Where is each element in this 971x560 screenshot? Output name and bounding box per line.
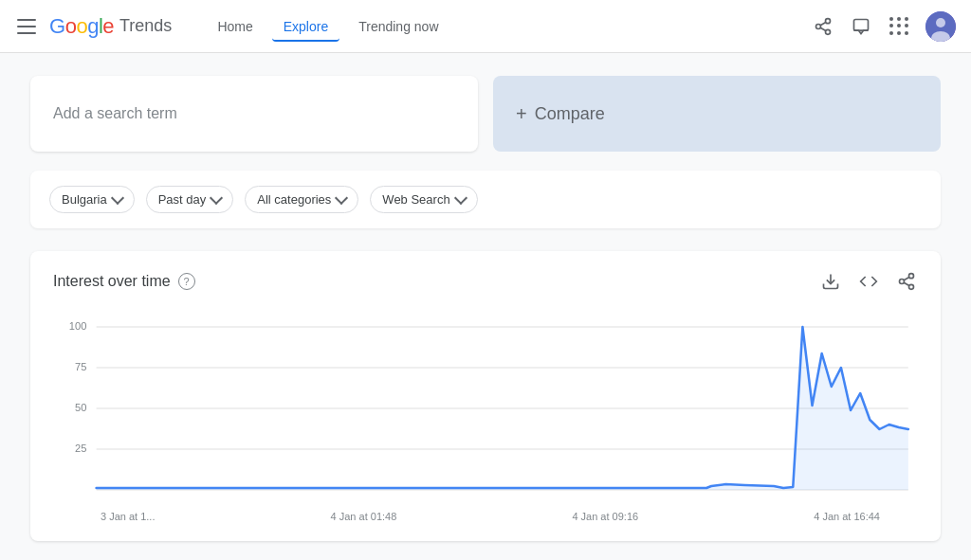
- svg-text:75: 75: [75, 361, 86, 372]
- chart-svg: 100 75 50 25: [53, 316, 918, 505]
- svg-rect-5: [854, 19, 869, 30]
- svg-line-3: [820, 27, 826, 30]
- svg-line-4: [820, 22, 826, 25]
- chart-share-icon[interactable]: [895, 270, 918, 293]
- search-box[interactable]: Add a search term: [30, 76, 478, 152]
- interest-chart: 100 75 50 25: [53, 316, 918, 505]
- country-filter-chevron-icon: [111, 191, 124, 205]
- compare-box[interactable]: + Compare: [493, 76, 941, 152]
- svg-point-0: [826, 18, 831, 23]
- x-label-2: 4 Jan at 09:16: [572, 511, 638, 522]
- trends-logo-text: Trends: [119, 16, 172, 36]
- compare-label: Compare: [535, 104, 605, 124]
- search-type-filter[interactable]: Web Search: [370, 186, 477, 213]
- x-label-1: 4 Jan at 01:48: [331, 511, 397, 522]
- svg-line-14: [904, 277, 909, 280]
- time-filter[interactable]: Past day: [146, 186, 234, 213]
- hamburger-menu-icon[interactable]: [15, 15, 38, 38]
- search-placeholder: Add a search term: [53, 105, 177, 122]
- country-filter[interactable]: Bulgaria: [49, 186, 135, 213]
- help-icon[interactable]: ?: [178, 273, 195, 290]
- download-icon[interactable]: [819, 270, 842, 293]
- category-filter-label: All categories: [257, 192, 331, 207]
- search-section: Add a search term + Compare: [30, 76, 941, 152]
- filters-row: Bulgaria Past day All categories Web Sea…: [30, 171, 941, 228]
- avatar[interactable]: [925, 11, 956, 42]
- svg-point-7: [936, 18, 945, 27]
- google-trends-logo[interactable]: Google Trends: [49, 14, 172, 39]
- nav-home[interactable]: Home: [206, 11, 264, 42]
- share-icon[interactable]: [812, 15, 834, 38]
- header: Google Trends Home Explore Trending now: [0, 0, 971, 53]
- card-actions: [819, 270, 918, 293]
- google-logo-text: Google: [49, 14, 114, 39]
- search-type-filter-chevron-icon: [454, 191, 467, 205]
- feedback-icon[interactable]: [850, 15, 872, 38]
- svg-point-10: [909, 274, 914, 279]
- x-axis-labels: 3 Jan at 1... 4 Jan at 01:48 4 Jan at 09…: [53, 511, 918, 522]
- embed-icon[interactable]: [857, 270, 880, 293]
- x-label-0: 3 Jan at 1...: [101, 511, 155, 522]
- compare-plus-icon: +: [516, 103, 527, 125]
- svg-point-2: [826, 29, 831, 34]
- card-title-area: Interest over time ?: [53, 273, 195, 290]
- svg-text:25: 25: [75, 443, 86, 454]
- nav-explore[interactable]: Explore: [272, 11, 339, 42]
- category-filter-chevron-icon: [335, 191, 348, 205]
- card-title: Interest over time: [53, 273, 171, 290]
- x-label-3: 4 Jan at 16:44: [814, 511, 880, 522]
- category-filter[interactable]: All categories: [245, 186, 358, 213]
- time-filter-label: Past day: [158, 192, 207, 207]
- country-filter-label: Bulgaria: [62, 192, 107, 207]
- header-left: Google Trends Home Explore Trending now: [15, 11, 812, 42]
- svg-point-12: [909, 284, 914, 289]
- header-right: [812, 11, 956, 42]
- main-nav: Home Explore Trending now: [206, 11, 449, 42]
- svg-line-13: [904, 282, 909, 285]
- card-header: Interest over time ?: [53, 270, 918, 293]
- nav-trending-now[interactable]: Trending now: [347, 11, 449, 42]
- search-type-filter-label: Web Search: [382, 192, 449, 207]
- time-filter-chevron-icon: [210, 191, 223, 205]
- svg-point-1: [816, 24, 821, 28]
- svg-text:50: 50: [75, 402, 86, 413]
- main-content: Add a search term + Compare Bulgaria Pas…: [0, 53, 971, 560]
- interest-over-time-card: Interest over time ?: [30, 251, 941, 541]
- svg-text:100: 100: [69, 320, 87, 332]
- svg-point-11: [900, 280, 905, 284]
- apps-icon[interactable]: [888, 15, 910, 38]
